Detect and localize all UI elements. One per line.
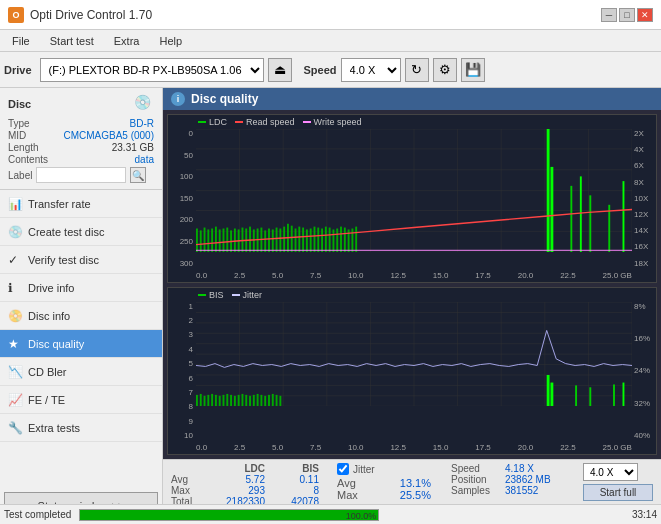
- jitter-avg-row: Avg 13.1%: [337, 477, 431, 489]
- y-label-150: 150: [168, 194, 196, 203]
- sidebar-item-create-test-disc[interactable]: 💿 Create test disc: [0, 218, 162, 246]
- svg-rect-114: [589, 387, 591, 406]
- speed-combo[interactable]: 4.0 X: [583, 463, 638, 481]
- svg-rect-102: [249, 395, 251, 405]
- sidebar-item-verify-test-disc[interactable]: ✓ Verify test disc: [0, 246, 162, 274]
- sidebar: Disc 💿 Type BD-R MID CMCMAGBA5 (000) Len…: [0, 88, 163, 524]
- chart1-svg: [196, 129, 632, 252]
- svg-rect-45: [302, 228, 304, 253]
- svg-rect-112: [550, 382, 553, 406]
- read-speed-label: Read speed: [246, 117, 295, 127]
- svg-rect-63: [580, 176, 582, 252]
- eject-button[interactable]: ⏏: [268, 58, 292, 82]
- yr-8x: 8X: [632, 178, 656, 187]
- sidebar-item-drive-info[interactable]: ℹ Drive info: [0, 274, 162, 302]
- menu-start-test[interactable]: Start test: [42, 33, 102, 49]
- sidebar-item-extra-tests[interactable]: 🔧 Extra tests: [0, 414, 162, 442]
- window-controls: ─ □ ✕: [601, 8, 653, 22]
- svg-rect-94: [219, 395, 221, 405]
- stats-max-ldc: 293: [210, 485, 265, 496]
- svg-rect-92: [211, 393, 213, 405]
- start-full-button[interactable]: Start full: [583, 484, 653, 501]
- disc-panel: Disc 💿 Type BD-R MID CMCMAGBA5 (000) Len…: [0, 88, 162, 190]
- app-title: Opti Drive Control 1.70: [30, 8, 152, 22]
- transfer-rate-icon: 📊: [8, 197, 22, 211]
- toolbar: Drive (F:) PLEXTOR BD-R PX-LB950SA 1.06 …: [0, 52, 661, 88]
- jitter-max-row: Max 25.5%: [337, 489, 431, 501]
- samples-label: Samples: [451, 485, 501, 496]
- disc-type-value: BD-R: [130, 118, 154, 129]
- chart1-y-axis-right: 18X 16X 14X 12X 10X 8X 6X 4X 2X: [632, 129, 656, 268]
- speed-label: Speed: [304, 64, 337, 76]
- speed-stat-label: Speed: [451, 463, 501, 474]
- svg-rect-39: [279, 229, 281, 253]
- menu-help[interactable]: Help: [151, 33, 190, 49]
- svg-rect-96: [226, 393, 228, 405]
- drive-label: Drive: [4, 64, 32, 76]
- chart2-y-axis-right: 40% 32% 24% 16% 8%: [632, 302, 656, 441]
- write-speed-label: Write speed: [314, 117, 362, 127]
- sidebar-item-fe-te[interactable]: 📈 FE / TE: [0, 386, 162, 414]
- stats-max-row: Max 293 8: [171, 485, 319, 496]
- disc-length-label: Length: [8, 142, 39, 153]
- svg-rect-62: [570, 186, 572, 252]
- sidebar-item-disc-quality[interactable]: ★ Disc quality: [0, 330, 162, 358]
- svg-rect-56: [344, 228, 346, 253]
- stats-avg-label: Avg: [171, 474, 206, 485]
- stats-bis-header: BIS: [269, 463, 319, 474]
- sidebar-item-transfer-rate[interactable]: 📊 Transfer rate: [0, 190, 162, 218]
- svg-rect-35: [264, 230, 266, 252]
- sidebar-item-cd-bler[interactable]: 📉 CD Bler: [0, 358, 162, 386]
- chart2-svg: [196, 302, 632, 406]
- speed-select[interactable]: 4.0 X: [341, 58, 401, 82]
- jitter-color: [232, 294, 240, 296]
- svg-rect-36: [268, 229, 270, 253]
- sidebar-item-extra-tests-label: Extra tests: [28, 422, 80, 434]
- verify-test-disc-icon: ✓: [8, 253, 22, 267]
- maximize-button[interactable]: □: [619, 8, 635, 22]
- refresh-button[interactable]: ↻: [405, 58, 429, 82]
- legend-jitter: Jitter: [232, 290, 263, 300]
- stats-table: LDC BIS Avg 5.72 0.11 Max 293 8 Total 21…: [171, 463, 319, 507]
- svg-rect-109: [276, 394, 278, 405]
- chart1-x-axis: 0.0 2.5 5.0 7.5 10.0 12.5 15.0 17.5 20.0…: [196, 271, 632, 280]
- svg-rect-90: [204, 395, 206, 405]
- minimize-button[interactable]: ─: [601, 8, 617, 22]
- close-button[interactable]: ✕: [637, 8, 653, 22]
- yr-2x: 2X: [632, 129, 656, 138]
- disc-label-row: Label 🔍: [8, 167, 154, 183]
- sidebar-item-fe-te-label: FE / TE: [28, 394, 65, 406]
- dq-icon: i: [171, 92, 185, 106]
- yr-14x: 14X: [632, 226, 656, 235]
- ldc-color: [198, 121, 206, 123]
- sidebar-item-disc-info-label: Disc info: [28, 310, 70, 322]
- menu-file[interactable]: File: [4, 33, 38, 49]
- read-speed-color: [235, 121, 243, 123]
- settings-button[interactable]: ⚙: [433, 58, 457, 82]
- sidebar-item-disc-info[interactable]: 📀 Disc info: [0, 302, 162, 330]
- stats-label-empty: [171, 463, 206, 474]
- create-test-disc-icon: 💿: [8, 225, 22, 239]
- jitter-max-label: Max: [337, 489, 372, 501]
- drive-select[interactable]: (F:) PLEXTOR BD-R PX-LB950SA 1.06: [40, 58, 264, 82]
- svg-rect-55: [340, 227, 342, 253]
- svg-rect-111: [547, 374, 550, 405]
- menu-extra[interactable]: Extra: [106, 33, 148, 49]
- yr-16x: 16X: [632, 242, 656, 251]
- legend-bis: BIS: [198, 290, 224, 300]
- svg-rect-48: [314, 227, 316, 253]
- content-area: i Disc quality LDC Read speed: [163, 88, 661, 524]
- disc-label-input[interactable]: [36, 167, 126, 183]
- statusbar: Test completed 100.0% 33:14: [0, 504, 661, 524]
- svg-rect-42: [291, 226, 293, 253]
- disc-label-button[interactable]: 🔍: [130, 167, 146, 183]
- progress-bar: 100.0%: [79, 509, 379, 521]
- jitter-checkbox[interactable]: [337, 463, 349, 475]
- svg-rect-61: [550, 167, 553, 252]
- chart2: BIS Jitter 10 9 8 7 6 5 4 3: [167, 287, 657, 456]
- save-button[interactable]: 💾: [461, 58, 485, 82]
- sidebar-item-create-test-disc-label: Create test disc: [28, 226, 104, 238]
- svg-rect-23: [219, 229, 221, 252]
- disc-label-label: Label: [8, 170, 32, 181]
- samples-val: 381552: [505, 485, 538, 496]
